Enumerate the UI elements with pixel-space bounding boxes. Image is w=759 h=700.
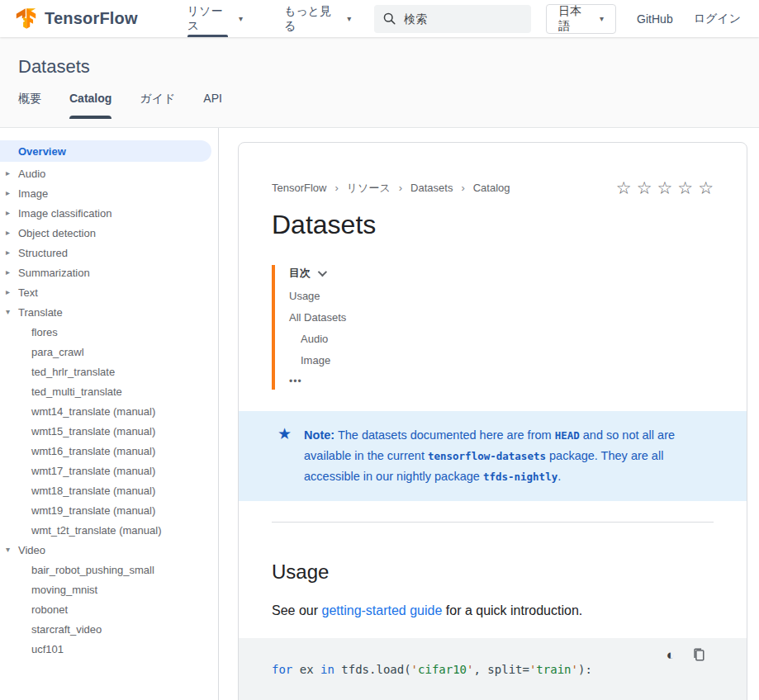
sidebar-item-summarization[interactable]: ▸ Summarization (0, 262, 218, 282)
tree-collapsed-icon: ▸ (6, 188, 10, 197)
breadcrumb-chevron-icon: › (461, 182, 464, 194)
breadcrumb-chevron-icon: › (334, 182, 338, 194)
star-outline-icon[interactable] (677, 179, 693, 196)
caret-down-icon: ▾ (347, 15, 351, 23)
sidebar-item-wmt-t2t-translate[interactable]: wmt_t2t_translate (manual) (0, 520, 218, 540)
dark-mode-toggle-icon[interactable] (666, 648, 675, 662)
breadcrumb-datasets[interactable]: Datasets (410, 182, 453, 194)
breadcrumb: TensorFlow › リソース › Datasets › Catalog (272, 179, 714, 196)
sidebar-item-structured[interactable]: ▸ Structured (0, 243, 218, 262)
chevron-down-icon (318, 267, 327, 277)
sidebar-item-ucf101[interactable]: ucf101 (0, 639, 218, 659)
toc-link-audio[interactable]: Audio (289, 333, 714, 345)
sidebar-item-translate[interactable]: ▾ Translate (0, 302, 218, 322)
sidebar-item-starcraft-video[interactable]: starcraft_video (0, 619, 218, 639)
tree-collapsed-icon: ▸ (6, 248, 10, 257)
sidebar-item-bair-robot-pushing-small[interactable]: bair_robot_pushing_small (0, 560, 218, 579)
nav-item-more[interactable]: もっと見る ▾ (284, 0, 351, 37)
login-link[interactable]: ログイン (694, 12, 741, 26)
getting-started-guide-link[interactable]: getting-started guide (321, 603, 442, 617)
product-header: Datasets 概要 Catalog ガイド API (0, 37, 759, 128)
search-input[interactable] (404, 12, 511, 26)
section-divider (272, 522, 714, 523)
tree-collapsed-icon: ▸ (6, 267, 10, 277)
star-outline-icon[interactable] (616, 179, 632, 196)
sidebar-item-overview[interactable]: Overview (0, 140, 211, 162)
note-label: Note: (304, 428, 334, 442)
sidebar-item-image-classification[interactable]: ▸ Image classification (0, 203, 218, 223)
content-card: TensorFlow › リソース › Datasets › Catalog D… (238, 142, 747, 700)
breadcrumb-resources[interactable]: リソース (347, 181, 391, 196)
sidebar-item-ted-multi-translate[interactable]: ted_multi_translate (0, 381, 218, 401)
code-line-2: ... (272, 691, 714, 700)
nav-item-resources[interactable]: リソース ▾ (187, 0, 243, 37)
sidebar-item-flores[interactable]: flores (0, 322, 218, 342)
sidebar-item-wmt17-translate[interactable]: wmt17_translate (manual) (0, 461, 218, 480)
breadcrumb-chevron-icon: › (399, 182, 402, 194)
tab-guide[interactable]: ガイド (140, 92, 175, 119)
top-navbar: TensorFlow リソース ▾ もっと見る ▾ 日本語 ▾ GitHub ロ… (0, 0, 759, 37)
tensorflow-logo-icon (15, 7, 37, 30)
star-outline-icon[interactable] (698, 179, 714, 196)
sidebar-item-wmt19-translate[interactable]: wmt19_translate (manual) (0, 500, 218, 520)
toc-more-button[interactable]: ••• (289, 376, 714, 387)
sidebar-item-object-detection[interactable]: ▸ Object detection (0, 223, 218, 243)
note-text: Note: The datasets documented here are f… (304, 425, 712, 487)
tab-overview[interactable]: 概要 (18, 92, 41, 119)
page-rating (616, 179, 714, 196)
tree-collapsed-icon: ▸ (6, 287, 10, 296)
note-code-head: HEAD (555, 429, 580, 442)
brand-name: TensorFlow (45, 9, 138, 28)
tree-expanded-icon: ▾ (6, 307, 10, 316)
github-link[interactable]: GitHub (637, 12, 673, 26)
sidebar-item-wmt15-translate[interactable]: wmt15_translate (manual) (0, 421, 218, 441)
tab-api[interactable]: API (203, 92, 222, 119)
toc-link-all-datasets[interactable]: All Datasets (289, 311, 714, 324)
sidebar-item-wmt14-translate[interactable]: wmt14_translate (manual) (0, 401, 218, 421)
note-star-icon (278, 425, 292, 487)
star-outline-icon[interactable] (657, 179, 673, 196)
tree-collapsed-icon: ▸ (6, 208, 10, 217)
code-line-1: for ex in tfds.load('cifar10', split='tr… (272, 660, 714, 679)
sidebar-item-image[interactable]: ▸ Image (0, 183, 218, 203)
usage-paragraph: See our getting-started guide for a quic… (272, 603, 714, 618)
product-tabs: 概要 Catalog ガイド API (18, 92, 759, 119)
tab-catalog[interactable]: Catalog (69, 92, 111, 119)
note-code-tfds-nightly: tfds-nightly (483, 471, 557, 483)
product-title: Datasets (18, 37, 759, 78)
code-block: for ex in tfds.load('cifar10', split='tr… (239, 638, 747, 700)
tree-collapsed-icon: ▸ (6, 228, 10, 237)
sidebar-item-wmt18-translate[interactable]: wmt18_translate (manual) (0, 480, 218, 500)
star-outline-icon[interactable] (637, 179, 652, 196)
page-title: Datasets (272, 210, 714, 240)
usage-heading: Usage (272, 560, 714, 584)
sidebar-item-robonet[interactable]: robonet (0, 599, 218, 619)
sidebar-item-text[interactable]: ▸ Text (0, 282, 218, 302)
tensorflow-logo[interactable]: TensorFlow (15, 7, 138, 30)
note-callout: Note: The datasets documented here are f… (239, 411, 747, 501)
tree-collapsed-icon: ▸ (6, 168, 10, 177)
search-icon (382, 12, 396, 26)
note-code-tensorflow-datasets: tensorflow-datasets (428, 450, 546, 462)
toc-link-usage[interactable]: Usage (289, 290, 714, 302)
caret-down-icon: ▾ (600, 15, 604, 23)
sidebar-item-wmt16-translate[interactable]: wmt16_translate (manual) (0, 441, 218, 461)
main-area: TensorFlow › リソース › Datasets › Catalog D… (219, 128, 759, 700)
toc-link-image[interactable]: Image (289, 354, 714, 367)
sidebar-item-video[interactable]: ▾ Video (0, 540, 218, 560)
toc-toggle[interactable]: 目次 (289, 266, 714, 281)
copy-icon[interactable] (692, 647, 705, 662)
sidebar-item-para-crawl[interactable]: para_crawl (0, 342, 218, 362)
caret-down-icon: ▾ (239, 15, 243, 23)
sidebar-item-audio[interactable]: ▸ Audio (0, 163, 218, 183)
search-box[interactable] (374, 5, 531, 33)
sidebar-item-moving-mnist[interactable]: moving_mnist (0, 579, 218, 599)
sidebar-nav: Overview ▸ Audio ▸ Image ▸ Image classif… (0, 128, 219, 700)
table-of-contents: 目次 Usage All Datasets Audio Image ••• (272, 265, 714, 390)
sidebar-item-ted-hrlr-translate[interactable]: ted_hrlr_translate (0, 362, 218, 381)
tree-expanded-icon: ▾ (6, 545, 10, 554)
breadcrumb-catalog: Catalog (473, 182, 510, 194)
code-actions (666, 647, 705, 662)
language-selector[interactable]: 日本語 ▾ (546, 4, 616, 34)
breadcrumb-tensorflow[interactable]: TensorFlow (272, 182, 326, 194)
